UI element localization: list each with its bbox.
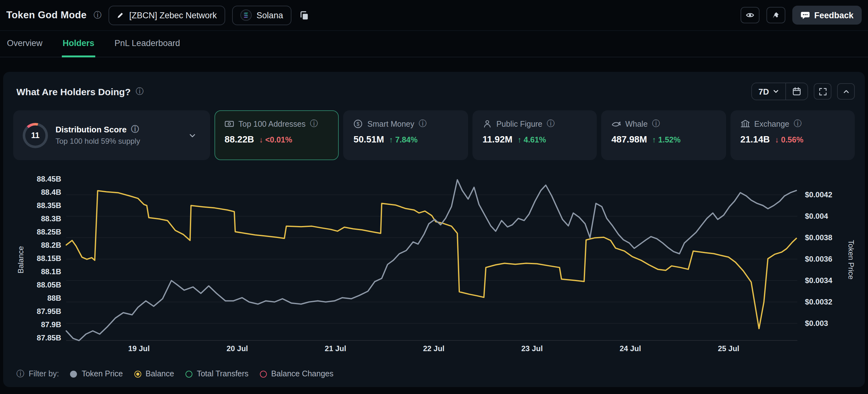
filter-label: Total Transfers xyxy=(197,369,249,378)
stat-value: 11.92M xyxy=(483,134,513,144)
tab-overview[interactable]: Overview xyxy=(6,31,43,57)
info-icon[interactable]: ⓘ xyxy=(794,120,801,128)
stat-change: ↑ 1.52% xyxy=(652,135,680,144)
pin-button[interactable] xyxy=(766,7,785,23)
pin-icon xyxy=(772,11,780,19)
right-axis-tick: $0.0042 xyxy=(805,190,832,199)
stat-title: Whale xyxy=(625,120,648,128)
info-icon[interactable]: ⓘ xyxy=(17,370,24,378)
timeframe-group: 7D xyxy=(752,83,808,100)
calendar-button[interactable] xyxy=(786,83,807,100)
info-icon[interactable]: ⓘ xyxy=(310,120,318,128)
stat-title: Public Figure xyxy=(496,120,542,128)
filter-label: Balance Changes xyxy=(271,369,333,378)
feedback-label: Feedback xyxy=(814,10,854,20)
stat-value: 21.14B xyxy=(740,134,770,144)
x-axis-tick: 21 Jul xyxy=(325,344,346,353)
chain-selector[interactable]: Solana xyxy=(232,5,291,25)
page-title: Token God Mode xyxy=(6,9,87,21)
info-icon[interactable]: ⓘ xyxy=(135,88,144,96)
stat-change: ↓ 0.56% xyxy=(775,135,803,144)
timeframe-value: 7D xyxy=(758,87,769,96)
stat-card-top-100-addresses[interactable]: Top 100 Addresses ⓘ 88.22B ↓ <0.01% xyxy=(215,110,339,160)
chevron-down-icon xyxy=(188,131,197,140)
eye-icon xyxy=(745,11,754,20)
panel-header: What Are Holders Doing? ⓘ 7D xyxy=(3,72,865,100)
filter-total-transfers[interactable]: Total Transfers xyxy=(185,369,249,378)
stat-title: Exchange xyxy=(754,120,789,128)
holders-panel: What Are Holders Doing? ⓘ 7D xyxy=(3,72,865,387)
filter-balance-changes[interactable]: Balance Changes xyxy=(260,369,333,378)
left-axis-tick: 87.9B xyxy=(41,320,61,329)
holders-chart-svg[interactable]: 88.45B88.4B88.35B88.3B88.25B88.2B88.15B8… xyxy=(3,164,865,359)
filter-token-price[interactable]: Token Price xyxy=(70,369,123,378)
distribution-score-title: Distribution Score xyxy=(56,125,126,134)
stat-title: Smart Money xyxy=(367,120,414,128)
stat-card-smart-money[interactable]: $ Smart Money ⓘ 50.51M ↑ 7.84% xyxy=(343,110,468,160)
info-icon[interactable]: ⓘ xyxy=(419,120,427,128)
distribution-score-card[interactable]: 11 Distribution Score ⓘ Top 100 hold 59%… xyxy=(13,110,210,160)
stat-value: 487.98M xyxy=(611,134,647,144)
tab-holders[interactable]: Holders xyxy=(62,31,95,57)
copy-icon xyxy=(299,10,308,20)
stat-card-exchange[interactable]: Exchange ⓘ 21.14B ↓ 0.56% xyxy=(730,110,855,160)
right-axis-tick: $0.003 xyxy=(805,319,828,328)
panel-title: What Are Holders Doing? xyxy=(17,86,131,97)
chart-filter-bar: ⓘ Filter by: Token Price Balance Total T… xyxy=(3,359,865,378)
right-axis-title: Token Price xyxy=(847,240,856,279)
whale-icon xyxy=(611,119,621,129)
balance-swatch xyxy=(134,370,141,377)
x-axis-tick: 19 Jul xyxy=(128,344,150,353)
fullscreen-icon xyxy=(818,87,827,96)
timeframe-dropdown[interactable]: 7D xyxy=(752,83,785,100)
stat-card-whale[interactable]: Whale ⓘ 487.98M ↑ 1.52% xyxy=(601,110,726,160)
token-god-mode-page: Token God Mode ⓘ [ZBCN] Zebec Network So… xyxy=(0,0,868,394)
stat-value: 88.22B xyxy=(224,134,254,144)
collapse-button[interactable] xyxy=(837,83,855,100)
stat-title: Top 100 Addresses xyxy=(239,120,306,128)
distribution-score-subtitle: Top 100 hold 59% supply xyxy=(56,137,177,145)
right-axis-tick: $0.0038 xyxy=(805,233,832,242)
holders-chart[interactable]: 88.45B88.4B88.35B88.3B88.25B88.2B88.15B8… xyxy=(3,164,865,359)
svg-text:$: $ xyxy=(357,121,360,127)
filter-balance[interactable]: Balance xyxy=(134,369,174,378)
fullscreen-button[interactable] xyxy=(814,83,831,100)
x-axis-tick: 20 Jul xyxy=(226,344,248,353)
filter-label: Token Price xyxy=(82,369,123,378)
token-price-swatch xyxy=(70,370,77,377)
left-axis-tick: 88.4B xyxy=(41,188,61,196)
left-axis-tick: 88.45B xyxy=(37,175,61,183)
stats-row: 11 Distribution Score ⓘ Top 100 hold 59%… xyxy=(13,110,855,160)
stat-card-public-figure[interactable]: Public Figure ⓘ 11.92M ↑ 4.61% xyxy=(472,110,597,160)
info-icon[interactable]: ⓘ xyxy=(94,11,101,19)
stat-change: ↓ <0.01% xyxy=(259,135,292,144)
watch-button[interactable] xyxy=(740,7,759,23)
calendar-icon xyxy=(792,87,801,96)
total-transfers-swatch xyxy=(185,370,192,377)
tab-pnl-leaderboard[interactable]: PnL Leaderboard xyxy=(114,31,181,57)
token-selector[interactable]: [ZBCN] Zebec Network xyxy=(108,5,225,25)
right-axis-tick: $0.0034 xyxy=(805,276,832,285)
copy-button[interactable] xyxy=(298,9,309,21)
info-icon[interactable]: ⓘ xyxy=(131,126,139,134)
chain-selector-label: Solana xyxy=(256,10,283,20)
left-axis-tick: 88.35B xyxy=(37,201,61,209)
left-axis-tick: 87.95B xyxy=(37,307,61,316)
chat-bubble-icon xyxy=(800,10,810,20)
distribution-score-gauge: 11 xyxy=(23,123,48,148)
balance-changes-swatch xyxy=(260,370,267,377)
coin-icon: $ xyxy=(353,119,363,129)
right-axis-tick: $0.004 xyxy=(805,212,828,220)
x-axis-tick: 23 Jul xyxy=(521,344,543,353)
feedback-button[interactable]: Feedback xyxy=(792,6,862,25)
info-icon[interactable]: ⓘ xyxy=(652,120,660,128)
left-axis-tick: 88.05B xyxy=(37,281,61,289)
left-axis-tick: 87.85B xyxy=(37,333,61,342)
left-axis-tick: 88B xyxy=(47,294,61,302)
expand-distribution-button[interactable] xyxy=(184,130,200,140)
info-icon[interactable]: ⓘ xyxy=(547,120,555,128)
left-axis-tick: 88.25B xyxy=(37,228,61,236)
bank-icon xyxy=(740,119,750,129)
stat-change: ↑ 4.61% xyxy=(518,135,546,144)
x-axis-tick: 25 Jul xyxy=(718,344,739,353)
